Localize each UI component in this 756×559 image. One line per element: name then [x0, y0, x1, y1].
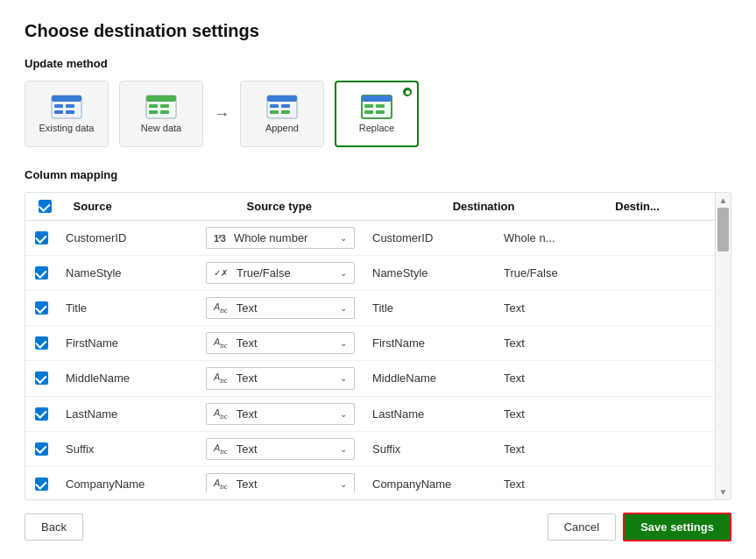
chevron-down-icon: ⌄ — [340, 479, 347, 489]
source-type-dropdown-6[interactable]: Abc Text ⌄ — [206, 438, 355, 460]
arrow-separator: → — [214, 105, 230, 124]
source-type-cell[interactable]: Abc Text ⌄ — [197, 396, 364, 431]
scroll-down-btn[interactable]: ▼ — [716, 485, 731, 499]
svg-rect-4 — [54, 110, 63, 114]
source-cell: CustomerID — [57, 221, 197, 256]
column-mapping-table-container: Source Source type Destination Destin... — [25, 192, 731, 500]
column-mapping-section: Column mapping Source — [25, 168, 731, 500]
source-type-dropdown-2[interactable]: Abc Text ⌄ — [206, 297, 355, 319]
header-source-type: Source type — [238, 193, 444, 221]
source-type-cell[interactable]: Abc Text ⌄ — [197, 326, 364, 361]
svg-rect-1 — [52, 96, 81, 102]
chevron-down-icon: ⌄ — [340, 268, 347, 278]
source-type-cell[interactable]: ✓✗ True/False ⌄ — [197, 256, 364, 291]
row-checkbox-1[interactable] — [35, 266, 48, 280]
append-label: Append — [265, 123, 299, 133]
destination-cell: CompanyName — [364, 466, 495, 492]
row-checkbox-7[interactable] — [35, 478, 48, 491]
update-method-row: Existing data New data → — [25, 81, 731, 147]
source-type-dropdown-3[interactable]: Abc Text ⌄ — [206, 332, 355, 354]
svg-rect-9 — [160, 104, 169, 108]
table-row: MiddleName Abc Text ⌄ MiddleNameText — [25, 361, 715, 396]
svg-rect-8 — [149, 104, 158, 108]
new-data-label: New data — [141, 123, 181, 133]
save-settings-button[interactable]: Save settings — [623, 513, 731, 541]
source-type-dropdown-0[interactable]: 1²3 Whole number ⌄ — [206, 227, 355, 249]
destin-cell: Text — [495, 396, 715, 431]
source-type-cell[interactable]: 1²3 Whole number ⌄ — [197, 221, 364, 256]
destin-cell: Text — [495, 466, 715, 492]
svg-rect-14 — [270, 104, 279, 108]
source-cell: FirstName — [57, 326, 197, 361]
chevron-down-icon: ⌄ — [340, 338, 347, 348]
svg-rect-20 — [364, 104, 373, 108]
destin-cell: Text — [495, 326, 715, 361]
svg-rect-23 — [376, 110, 385, 114]
row-checkbox-2[interactable] — [35, 301, 48, 315]
table-row: FirstName Abc Text ⌄ FirstNameText — [25, 326, 715, 361]
method-append[interactable]: Append — [240, 81, 324, 147]
source-type-cell[interactable]: Abc Text ⌄ — [197, 466, 364, 492]
source-type-cell[interactable]: Abc Text ⌄ — [197, 361, 364, 396]
footer-right: Cancel Save settings — [548, 513, 731, 541]
table-row: NameStyle ✓✗ True/False ⌄ NameStyleTrue/… — [25, 256, 715, 291]
row-checkbox-3[interactable] — [35, 336, 48, 350]
svg-rect-2 — [54, 104, 63, 108]
source-type-cell[interactable]: Abc Text ⌄ — [197, 291, 364, 326]
table-row: LastName Abc Text ⌄ LastNameText — [25, 396, 715, 431]
selected-badge — [401, 86, 413, 98]
chevron-down-icon: ⌄ — [340, 303, 347, 313]
method-new-data[interactable]: New data — [119, 81, 203, 147]
source-cell: CompanyName — [57, 466, 197, 492]
method-replace[interactable]: Replace — [335, 81, 419, 147]
svg-rect-7 — [146, 96, 176, 102]
source-type-dropdown-7[interactable]: Abc Text ⌄ — [206, 473, 355, 492]
column-mapping-table: Source Source type Destination Destin... — [25, 193, 715, 221]
svg-rect-22 — [364, 110, 373, 114]
source-type-cell[interactable]: Abc Text ⌄ — [197, 431, 364, 466]
cancel-button[interactable]: Cancel — [548, 513, 616, 541]
source-type-dropdown-4[interactable]: Abc Text ⌄ — [206, 367, 355, 389]
svg-rect-15 — [281, 104, 290, 108]
replace-label: Replace — [359, 123, 394, 133]
destination-cell: Suffix — [364, 431, 495, 466]
destination-cell: Title — [364, 291, 495, 326]
table-row: CustomerID 1²3 Whole number ⌄ CustomerID… — [25, 221, 715, 256]
chevron-down-icon: ⌄ — [340, 409, 347, 419]
row-checkbox-0[interactable] — [35, 231, 48, 244]
destin-cell: Text — [495, 291, 715, 326]
source-type-dropdown-1[interactable]: ✓✗ True/False ⌄ — [206, 262, 355, 284]
destination-cell: MiddleName — [364, 361, 495, 396]
svg-rect-13 — [267, 96, 297, 102]
header-source: Source — [65, 193, 238, 221]
chevron-down-icon: ⌄ — [340, 444, 347, 454]
svg-rect-11 — [160, 110, 169, 114]
table-row: Title Abc Text ⌄ TitleText — [25, 291, 715, 326]
row-checkbox-5[interactable] — [35, 407, 48, 421]
page-title: Choose destination settings — [25, 21, 731, 41]
scrollbar[interactable]: ▲ ▼ — [715, 193, 731, 499]
row-checkbox-6[interactable] — [35, 442, 48, 456]
svg-rect-3 — [66, 104, 74, 108]
destination-cell: CustomerID — [364, 221, 495, 256]
table-row: CompanyName Abc Text ⌄ CompanyNameText — [25, 466, 715, 492]
row-checkbox-4[interactable] — [35, 371, 48, 385]
header-checkbox[interactable] — [39, 200, 52, 213]
destination-cell: LastName — [364, 396, 495, 431]
destin-cell: Text — [495, 431, 715, 466]
destination-cell: NameStyle — [364, 256, 495, 291]
existing-data-label: Existing data — [39, 123, 95, 133]
column-mapping-label: Column mapping — [25, 168, 731, 181]
source-type-dropdown-5[interactable]: Abc Text ⌄ — [206, 403, 355, 425]
method-existing-data[interactable]: Existing data — [25, 81, 109, 147]
header-destin: Destin... — [606, 193, 715, 221]
update-method-label: Update method — [25, 57, 731, 70]
svg-rect-19 — [362, 96, 392, 102]
scroll-thumb[interactable] — [717, 208, 729, 251]
svg-rect-17 — [281, 110, 290, 114]
scroll-up-btn[interactable]: ▲ — [716, 193, 731, 208]
back-button[interactable]: Back — [25, 513, 83, 541]
footer-row: Back Cancel Save settings — [25, 513, 731, 545]
destination-cell: FirstName — [364, 326, 495, 361]
source-cell: LastName — [57, 396, 197, 431]
